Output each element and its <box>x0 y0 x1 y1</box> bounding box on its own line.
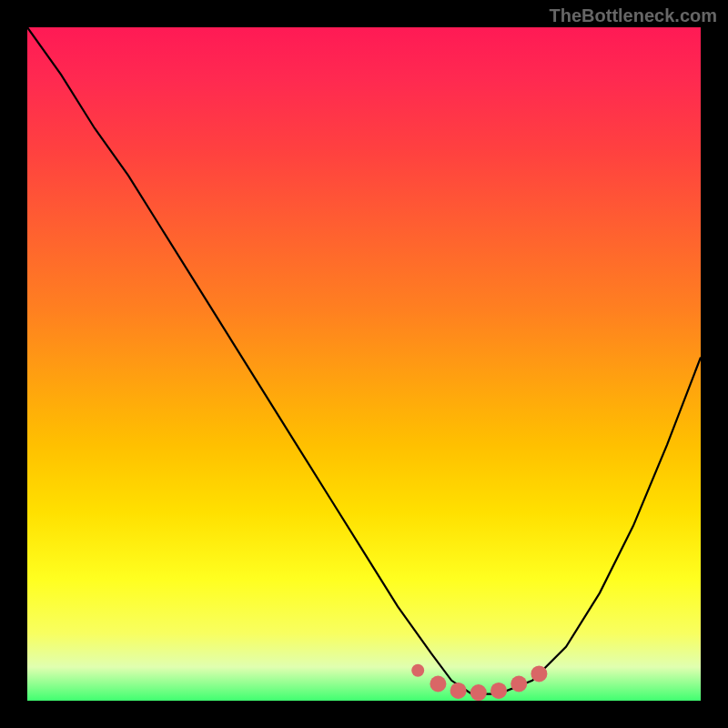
svg-point-6 <box>531 665 547 682</box>
marker-points <box>27 27 701 701</box>
svg-point-5 <box>511 676 527 693</box>
watermark-text: TheBottleneck.com <box>550 5 717 26</box>
svg-point-0 <box>411 664 424 677</box>
svg-point-3 <box>470 684 487 701</box>
svg-point-4 <box>490 682 507 699</box>
svg-point-2 <box>450 682 467 699</box>
chart-plot-area <box>27 27 701 701</box>
bottleneck-curve <box>27 27 701 701</box>
svg-point-1 <box>430 676 446 693</box>
